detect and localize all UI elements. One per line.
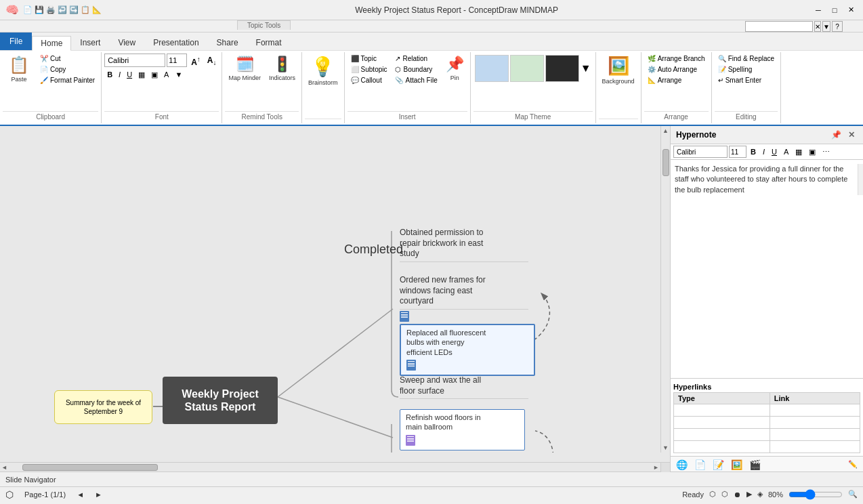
arrange-branch-button[interactable]: 🌿Arrange Branch bbox=[644, 54, 709, 64]
topic-refinish-floors[interactable]: Refinish wood floors inmain ballroom bbox=[400, 409, 525, 450]
scroll-thumb-v[interactable] bbox=[662, 149, 669, 176]
hypernote-web-button[interactable]: 🌐 bbox=[673, 458, 690, 470]
shading-button[interactable]: ▣ bbox=[148, 68, 161, 81]
subtopic-button[interactable]: ⬜Subtopic bbox=[348, 64, 391, 75]
tab-presentation[interactable]: Presentation bbox=[144, 35, 207, 50]
bold-button[interactable]: B bbox=[104, 68, 115, 81]
topic-ordered-frames[interactable]: Ordered new frames forwindows facing eas… bbox=[400, 275, 528, 323]
close-button[interactable]: ✕ bbox=[844, 5, 858, 16]
search-clear-button[interactable]: ✕ bbox=[814, 21, 821, 32]
hypernote-size-input[interactable] bbox=[729, 146, 746, 158]
ribbon-container: Topic Tools ✕ ▼ ? File Home Insert View … bbox=[0, 20, 863, 126]
scroll-thumb-h[interactable] bbox=[22, 464, 158, 471]
paste-button[interactable]: 📋 Paste bbox=[3, 54, 35, 85]
svg-line-0 bbox=[278, 309, 393, 397]
scroll-right-arrow[interactable]: ► bbox=[652, 463, 660, 472]
pin-button[interactable]: 📌 Pin bbox=[442, 54, 467, 84]
nav-arrow-left[interactable]: ◄ bbox=[77, 490, 84, 499]
scroll-left-arrow[interactable]: ◄ bbox=[0, 463, 9, 472]
hypernote-scrollbar[interactable] bbox=[858, 164, 863, 195]
map-minder-button[interactable]: 🗓️ Map Minder bbox=[225, 54, 264, 84]
hypernote-doc-button[interactable]: 📄 bbox=[692, 458, 709, 470]
slide-navigator: Slide Navigator bbox=[0, 471, 863, 486]
hypernote-edit-button[interactable]: ✏️ bbox=[845, 458, 860, 470]
theme-swatch-3[interactable] bbox=[545, 55, 579, 82]
search-input[interactable] bbox=[745, 21, 813, 32]
hypernote-image-button[interactable]: 🖼️ bbox=[728, 458, 745, 470]
hypernote-font-input[interactable] bbox=[673, 146, 728, 158]
svg-line-1 bbox=[278, 397, 393, 438]
attach-file-button[interactable]: 📎Attach File bbox=[392, 75, 440, 85]
theme-swatch-2[interactable] bbox=[510, 55, 544, 82]
callout-button[interactable]: 💬Callout bbox=[348, 75, 391, 85]
topic-budget[interactable]: Go over revised budgetwith Alfred bbox=[400, 451, 525, 453]
hypernote-note-button[interactable]: 📝 bbox=[710, 458, 727, 470]
hypernote-close-button[interactable]: ✕ bbox=[845, 129, 858, 141]
find-replace-button[interactable]: 🔍Find & Replace bbox=[715, 54, 778, 64]
hyperlinks-link-2 bbox=[770, 417, 860, 429]
font-color-button[interactable]: A bbox=[161, 68, 171, 81]
topic-sweep-wax[interactable]: Sweep and wax the allfloor surface bbox=[400, 375, 528, 399]
hypernote-text-bg-button[interactable]: ▣ bbox=[806, 146, 818, 158]
hypernote-italic-button[interactable]: I bbox=[760, 146, 767, 158]
scroll-down-arrow[interactable]: ▼ bbox=[661, 443, 670, 453]
topic-replaced-leds[interactable]: Replaced all fluorescentbulbs with energ… bbox=[400, 324, 535, 376]
minimize-button[interactable]: ─ bbox=[812, 5, 825, 16]
hypernote-media-button[interactable]: 🎬 bbox=[746, 458, 763, 470]
horizontal-scrollbar[interactable]: ◄ ► bbox=[0, 463, 660, 471]
hypernote-highlight-button[interactable]: ▦ bbox=[793, 146, 805, 158]
nav-arrow-right[interactable]: ► bbox=[95, 490, 102, 499]
underline-button[interactable]: U bbox=[124, 68, 135, 81]
tab-view[interactable]: View bbox=[109, 35, 144, 50]
boundary-button[interactable]: ⬡Boundary bbox=[392, 64, 440, 75]
cut-button[interactable]: ✂️Cut bbox=[37, 54, 98, 64]
hyperlinks-type-4 bbox=[674, 441, 770, 453]
background-button[interactable]: 🖼️ Background bbox=[599, 54, 638, 87]
hypernote-more-button[interactable]: ⋯ bbox=[820, 146, 833, 158]
italic-button[interactable]: I bbox=[116, 68, 123, 81]
spelling-button[interactable]: 📝Spelling bbox=[715, 64, 778, 75]
topic-button[interactable]: ⬛Topic bbox=[348, 54, 391, 64]
theme-swatch-1[interactable] bbox=[475, 55, 509, 82]
scroll-up-arrow[interactable]: ▲ bbox=[661, 126, 670, 135]
hypernote-underline-button[interactable]: U bbox=[769, 146, 780, 158]
tab-insert[interactable]: Insert bbox=[71, 35, 109, 50]
tab-home[interactable]: Home bbox=[32, 36, 71, 51]
brainstorm-button[interactable]: 💡 Brainstorm bbox=[305, 54, 341, 89]
topic-obtained-permission[interactable]: Obtained permission torepair brickwork i… bbox=[400, 228, 528, 262]
play-button[interactable]: ▶ bbox=[746, 490, 752, 499]
smart-enter-button[interactable]: ↵Smart Enter bbox=[715, 75, 778, 85]
hypernote-font-color-button[interactable]: A bbox=[781, 146, 791, 158]
font-shrink-button[interactable]: A↓ bbox=[205, 54, 219, 66]
copy-button[interactable]: 📄Copy bbox=[37, 64, 98, 75]
maximize-button[interactable]: □ bbox=[828, 5, 841, 16]
format-painter-button[interactable]: 🖌️Format Painter bbox=[37, 75, 98, 85]
font-size-input[interactable] bbox=[167, 54, 187, 67]
title-bar-text: Weekly Project Status Report - ConceptDr… bbox=[102, 5, 812, 15]
font-grow-button[interactable]: A↑ bbox=[188, 54, 203, 66]
relation-button[interactable]: ↗Relation bbox=[392, 54, 440, 64]
vertical-scrollbar[interactable]: ▲ ▼ bbox=[660, 126, 670, 453]
auto-arrange-button[interactable]: ⚙️Auto Arrange bbox=[644, 64, 709, 75]
zoom-out-button[interactable]: 🔍 bbox=[848, 490, 858, 499]
arrange-button[interactable]: 📐Arrange bbox=[644, 75, 709, 85]
central-node[interactable]: Weekly Project Status Report bbox=[163, 377, 278, 424]
text-box-button[interactable]: ▦ bbox=[135, 68, 148, 81]
background-group: 🖼️ Background bbox=[596, 52, 641, 123]
help-button[interactable]: ? bbox=[832, 21, 843, 32]
tab-format[interactable]: Format bbox=[247, 35, 291, 50]
indicators-button[interactable]: 🚦 Indicators bbox=[266, 54, 299, 84]
search-filter-button[interactable]: ▼ bbox=[822, 21, 830, 32]
dropdown-font-button[interactable]: ▼ bbox=[172, 68, 185, 81]
tab-file[interactable]: File bbox=[0, 33, 32, 50]
canvas[interactable]: Summary for the week of September 9 Week… bbox=[0, 126, 670, 462]
zoom-slider[interactable] bbox=[788, 489, 843, 500]
record-button[interactable]: ⏺ bbox=[734, 490, 741, 499]
theme-scroll-button[interactable]: ▼ bbox=[581, 62, 591, 75]
font-name-input[interactable] bbox=[104, 54, 165, 67]
hypernote-content[interactable]: Thanks for Jessica for providing a full … bbox=[671, 160, 863, 378]
tab-share[interactable]: Share bbox=[208, 35, 247, 50]
summary-node[interactable]: Summary for the week of September 9 bbox=[54, 390, 152, 424]
hypernote-pin-button[interactable]: 📌 bbox=[830, 129, 843, 141]
hypernote-bold-button[interactable]: B bbox=[748, 146, 759, 158]
